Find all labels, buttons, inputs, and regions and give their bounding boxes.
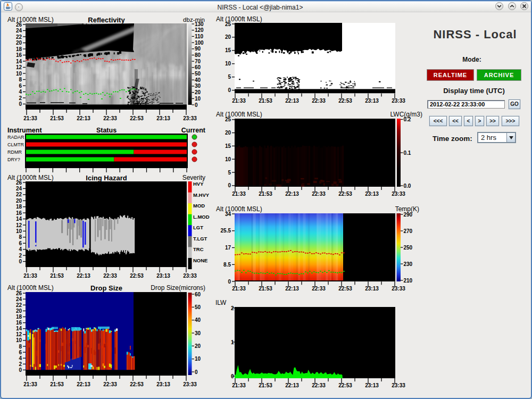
svg-text:5: 5 (228, 74, 231, 80)
svg-text:26: 26 (16, 22, 22, 28)
svg-text:23:33: 23:33 (183, 381, 197, 387)
svg-text:20: 20 (16, 308, 22, 314)
svg-text:120: 120 (195, 27, 204, 33)
svg-text:M.HVY: M.HVY (193, 192, 210, 198)
svg-text:21:33: 21:33 (23, 381, 37, 387)
svg-text:50: 50 (195, 304, 201, 310)
svg-text:Alt (1000ft MSL): Alt (1000ft MSL) (7, 174, 54, 181)
svg-text:30: 30 (195, 330, 201, 336)
svg-text:RADAR: RADAR (7, 135, 24, 140)
svg-text:21:33: 21:33 (232, 191, 246, 197)
svg-text:MOD: MOD (193, 203, 205, 209)
svg-text:0: 0 (19, 259, 22, 264)
svg-text:8: 8 (19, 344, 22, 350)
svg-text:Reflectivity: Reflectivity (88, 16, 125, 24)
svg-text:22:53: 22:53 (338, 383, 352, 388)
svg-text:0: 0 (231, 373, 234, 379)
svg-text:12: 12 (16, 331, 22, 337)
svg-text:24: 24 (16, 28, 22, 34)
svg-text:23:13: 23:13 (365, 383, 379, 388)
svg-text:Instrument: Instrument (7, 127, 42, 134)
svg-text:15: 15 (225, 47, 231, 53)
svg-text:34: 34 (225, 211, 231, 217)
svg-text:17: 17 (225, 245, 231, 251)
svg-text:23:33: 23:33 (392, 383, 405, 388)
svg-text:20: 20 (16, 40, 22, 46)
svg-text:16: 16 (16, 210, 22, 216)
svg-text:21:53: 21:53 (259, 98, 272, 104)
svg-text:14: 14 (16, 326, 22, 331)
svg-text:60: 60 (195, 292, 201, 297)
svg-text:21:33: 21:33 (23, 273, 37, 279)
svg-text:22:13: 22:13 (77, 115, 90, 121)
svg-text:25: 25 (225, 117, 231, 122)
svg-text:21:33: 21:33 (232, 383, 246, 388)
svg-text:250: 250 (404, 245, 413, 251)
svg-text:21:53: 21:53 (50, 115, 64, 121)
svg-text:CLMTR: CLMTR (7, 142, 24, 147)
svg-text:6: 6 (19, 83, 22, 89)
svg-text:20: 20 (195, 89, 201, 95)
svg-text:18: 18 (16, 46, 22, 52)
svg-text:22:33: 22:33 (103, 273, 117, 279)
svg-text:23:33: 23:33 (183, 115, 197, 121)
svg-text:60: 60 (195, 64, 201, 70)
svg-text:20: 20 (16, 198, 22, 204)
svg-text:22:33: 22:33 (312, 98, 326, 104)
svg-text:Alt (1000ft MSL): Alt (1000ft MSL) (7, 16, 54, 23)
svg-text:40: 40 (195, 317, 201, 323)
svg-text:6: 6 (19, 350, 22, 355)
svg-text:LGT: LGT (193, 225, 203, 230)
svg-text:21:53: 21:53 (259, 286, 272, 292)
svg-text:Icing Hazard: Icing Hazard (86, 174, 127, 182)
svg-text:70: 70 (195, 59, 201, 64)
svg-text:0: 0 (195, 102, 198, 108)
svg-text:50: 50 (195, 71, 201, 77)
svg-text:23:33: 23:33 (183, 273, 197, 279)
svg-text:21:53: 21:53 (50, 381, 64, 387)
svg-text:90: 90 (195, 46, 201, 52)
svg-text:RDMR: RDMR (7, 149, 22, 155)
svg-text:25.5: 25.5 (221, 228, 231, 234)
svg-text:25: 25 (225, 21, 231, 27)
svg-text:Drop Size: Drop Size (90, 284, 122, 292)
svg-text:Alt (1000ft MSL): Alt (1000ft MSL) (216, 15, 262, 23)
svg-text:30: 30 (195, 83, 201, 89)
svg-text:5: 5 (228, 170, 231, 176)
svg-text:22:13: 22:13 (285, 286, 299, 292)
svg-text:18: 18 (16, 204, 22, 210)
svg-text:130: 130 (195, 21, 204, 27)
svg-text:10: 10 (195, 96, 201, 102)
svg-text:24: 24 (16, 186, 22, 192)
svg-text:26: 26 (16, 180, 22, 186)
svg-text:20: 20 (225, 34, 231, 40)
svg-text:0: 0 (228, 87, 231, 93)
svg-text:80: 80 (195, 52, 201, 58)
svg-text:Alt (1000ft MSL): Alt (1000ft MSL) (216, 111, 262, 118)
svg-text:23:13: 23:13 (156, 273, 170, 279)
svg-text:2: 2 (19, 253, 22, 259)
svg-text:0.2: 0.2 (404, 117, 411, 122)
svg-text:16: 16 (16, 320, 22, 326)
svg-text:15: 15 (225, 143, 231, 149)
svg-text:22:33: 22:33 (312, 286, 326, 292)
svg-text:18: 18 (16, 314, 22, 320)
svg-text:21:53: 21:53 (259, 191, 272, 197)
svg-text:22: 22 (16, 192, 22, 197)
svg-text:4: 4 (19, 355, 22, 361)
svg-text:22:33: 22:33 (312, 191, 326, 197)
svg-text:8: 8 (19, 77, 22, 82)
svg-text:Severity: Severity (182, 174, 205, 181)
svg-text:HVY: HVY (193, 181, 204, 187)
svg-text:ILW: ILW (215, 299, 227, 306)
svg-text:21:53: 21:53 (50, 273, 64, 279)
svg-text:NONE: NONE (193, 257, 207, 263)
svg-text:22:53: 22:53 (130, 115, 144, 121)
svg-text:0.0: 0.0 (404, 183, 411, 189)
svg-text:110: 110 (195, 34, 204, 39)
svg-text:Drop Size(microns): Drop Size(microns) (151, 284, 205, 292)
svg-text:0: 0 (195, 369, 198, 375)
svg-text:22:13: 22:13 (285, 383, 299, 388)
svg-text:12: 12 (16, 64, 22, 70)
svg-text:22:13: 22:13 (285, 98, 299, 104)
